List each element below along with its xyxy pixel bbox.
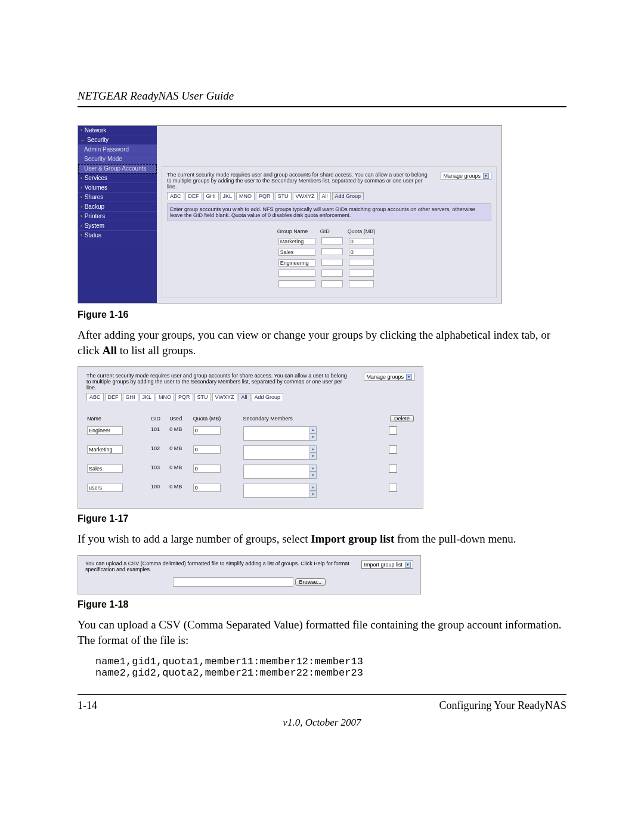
import-group-list-dropdown[interactable]: Import group list ▾ [361,561,413,569]
group-name-input[interactable] [278,270,315,277]
name-input[interactable]: Engineer [87,426,123,435]
sidebar-item-system[interactable]: ›System [78,221,157,231]
tab-vwxyz[interactable]: VWXYZ [212,393,237,401]
sidebar-label: Admin Password [84,146,129,153]
sidebar-item-printers[interactable]: ›Printers [78,212,157,221]
scroll-icon[interactable]: ▴▾ [309,465,317,479]
gid-input[interactable] [321,259,343,266]
chevron-right-icon: › [80,175,82,181]
quota-input[interactable] [349,270,374,277]
members-input[interactable] [243,465,310,479]
tab-add-group[interactable]: Add Group [332,192,364,200]
gid-input[interactable] [321,280,343,287]
tab-ghi[interactable]: GHI [203,192,219,200]
tab-all[interactable]: All [239,393,250,401]
tab-stu[interactable]: STU [194,393,211,401]
tab-jkl[interactable]: JKL [140,393,155,401]
sidebar-nav: ›Network ⌄Security Admin Password Securi… [78,126,157,303]
page-number: 1-14 [78,699,97,712]
sidebar-item-admin-password[interactable]: Admin Password [78,145,157,154]
tab-vwxyz[interactable]: VWXYZ [293,192,318,200]
sidebar-item-network[interactable]: ›Network [78,126,157,135]
tab-mno[interactable]: MNO [236,192,255,200]
gid-value: 103 [150,464,169,479]
tab-abc[interactable]: ABC [167,192,184,200]
file-path-input[interactable] [173,577,293,587]
delete-checkbox[interactable] [389,484,397,492]
members-input[interactable] [243,426,310,441]
tab-def[interactable]: DEF [185,192,202,200]
sidebar-item-services[interactable]: ›Services [78,174,157,183]
gid-input[interactable] [321,248,343,255]
scroll-icon[interactable]: ▴▾ [309,445,317,460]
sidebar-item-status[interactable]: ›Status [78,231,157,240]
col-group-name: Group Name [276,228,318,236]
quota-input[interactable] [349,259,374,266]
chevron-right-icon: › [80,223,82,228]
quota-input[interactable]: 0 [349,238,374,245]
gid-value: 102 [150,445,169,460]
delete-checkbox[interactable] [389,426,397,435]
members-input[interactable] [243,484,310,498]
quota-input[interactable]: 0 [193,426,221,435]
quota-input[interactable]: 0 [193,484,221,492]
dropdown-label: Manage groups [443,173,481,179]
name-input[interactable]: Marketing [87,445,123,454]
chevron-right-icon: › [80,213,82,219]
sidebar-item-security-mode[interactable]: Security Mode [78,154,157,164]
name-input[interactable]: users [87,484,123,492]
figure-1-16: ›Network ⌄Security Admin Password Securi… [78,125,502,304]
table-row: Sales 103 0 MB 0 ▴▾ [86,464,414,479]
tab-pqr[interactable]: PQR [175,393,193,401]
sidebar-item-volumes[interactable]: ›Volumes [78,183,157,193]
sidebar-item-shares[interactable]: ›Shares [78,193,157,202]
delete-button[interactable]: Delete [390,415,414,422]
group-name-input[interactable]: Engineering [278,259,315,267]
sidebar-label: Security Mode [84,156,122,162]
gid-input[interactable] [321,270,343,277]
sidebar-label: System [85,222,104,229]
col-gid: GID [150,415,169,422]
browse-button[interactable]: Browse... [295,578,326,586]
manage-groups-dropdown[interactable]: Manage groups ▾ [441,172,491,180]
tab-jkl[interactable]: JKL [220,192,236,200]
group-name-input[interactable] [278,280,315,287]
tab-def[interactable]: DEF [105,393,122,401]
panel-description: The current security mode requires user … [167,172,429,190]
group-name-input[interactable]: Marketing [278,238,315,245]
name-input[interactable]: Sales [87,465,123,473]
sidebar-item-user-group-accounts[interactable]: User & Group Accounts [78,164,157,174]
chevron-right-icon: › [80,128,82,133]
tab-stu[interactable]: STU [275,192,292,200]
quota-input[interactable] [349,280,374,287]
col-name: Name [86,415,150,422]
version-text: v1.0, October 2007 [78,717,566,729]
tab-abc[interactable]: ABC [86,393,104,401]
sidebar-item-backup[interactable]: ›Backup [78,202,157,212]
tab-add-group[interactable]: Add Group [252,393,284,401]
tab-all[interactable]: All [319,192,331,200]
quota-input[interactable]: 0 [193,445,221,454]
footer: 1-14 Configuring Your ReadyNAS [78,699,566,712]
col-used: Used [169,415,193,422]
members-input[interactable] [243,445,310,460]
group-name-input[interactable]: Sales [278,249,315,256]
scroll-icon[interactable]: ▴▾ [309,426,317,441]
sidebar-item-security[interactable]: ⌄Security [78,135,157,145]
chevron-right-icon: › [80,204,82,209]
tab-ghi[interactable]: GHI [123,393,138,401]
quota-input[interactable]: 0 [349,249,374,256]
gid-input[interactable] [321,237,343,244]
tab-mno[interactable]: MNO [156,393,174,401]
tab-pqr[interactable]: PQR [256,192,274,200]
scroll-icon[interactable]: ▴▾ [309,484,317,498]
header-rule [78,106,566,107]
dropdown-label: Import group list [364,562,402,568]
footer-rule [78,694,566,695]
figure-1-18: You can upload a CSV (Comma delimited) f… [78,555,421,594]
quota-input[interactable]: 0 [193,465,221,473]
delete-checkbox[interactable] [389,465,397,473]
delete-checkbox[interactable] [389,445,397,454]
panel-description: You can upload a CSV (Comma delimited) f… [85,561,349,572]
manage-groups-dropdown[interactable]: Manage groups ▾ [364,373,414,381]
